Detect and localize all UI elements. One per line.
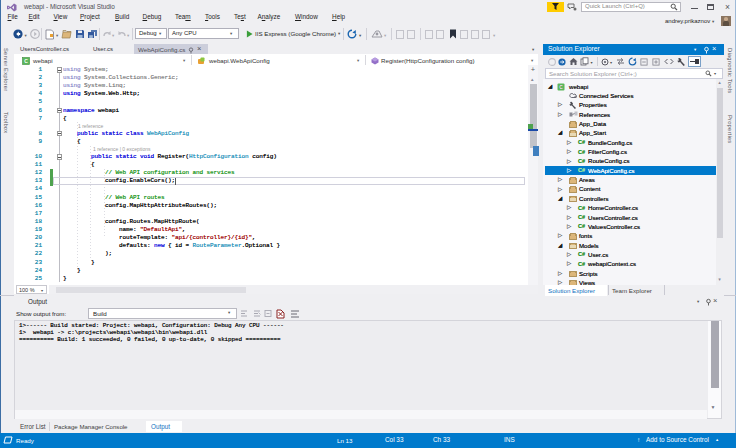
svg-text:C: C: [559, 84, 563, 90]
svg-text:C: C: [24, 58, 28, 64]
